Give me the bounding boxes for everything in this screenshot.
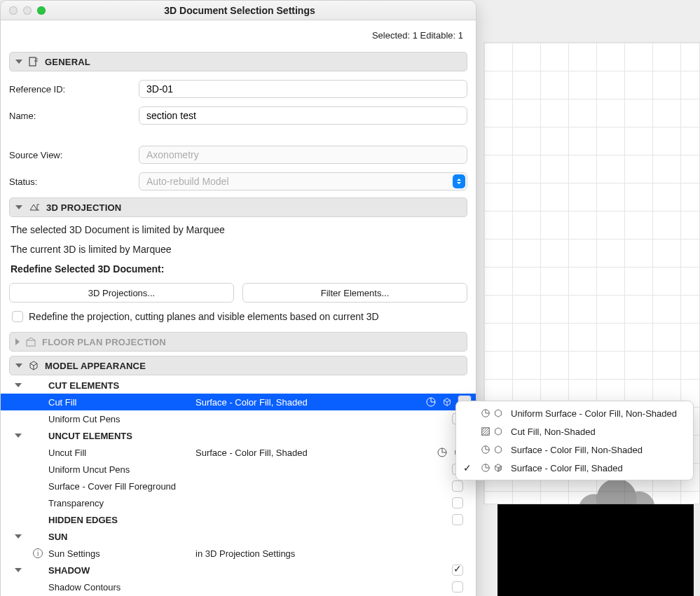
section-floor-plan[interactable]: FLOOR PLAN PROJECTION [9,332,467,352]
group-hidden-edges-label: HIDDEN EDGES [48,515,195,525]
menu-item-cut-fill-non-shaded[interactable]: Cut Fill, Non-Shaded [456,422,693,441]
titlebar: 3D Document Selection Settings [1,1,476,20]
pie-cube-shaded-icon [480,463,504,473]
menu-item-label: Cut Fill, Non-Shaded [511,427,596,437]
chevron-down-icon [15,363,22,368]
reference-id-label: Reference ID: [9,84,139,95]
svg-rect-1 [27,340,35,346]
row-shadow-contours-label: Shadow Contours [48,582,195,592]
group-shadow-label: SHADOW [48,565,195,576]
hatch-cube-icon [480,427,504,436]
redefine-checkbox-label: Redefine the projection, cutting planes … [29,311,379,322]
chevron-updown-icon[interactable] [453,174,465,188]
cube-icon [442,397,452,407]
marquee-note-selected: The selected 3D Document is limited by M… [9,217,467,235]
row-uniform-cut-pens[interactable]: Uniform Cut Pens [9,410,467,427]
chevron-down-icon [15,434,22,438]
shadow-contours-checkbox[interactable] [452,581,463,592]
settings-window: 3D Document Selection Settings Selected:… [0,0,476,596]
source-view-label: Source View: [9,150,139,160]
redefine-checkbox[interactable] [12,311,23,322]
menu-item-uniform-surface-non-shaded[interactable]: Uniform Surface - Color Fill, Non-Shaded [456,404,693,422]
row-sun-settings-label: Sun Settings [48,548,195,559]
transparency-checkbox[interactable] [452,497,463,508]
section-model-appearance[interactable]: MODEL APPEARANCE [9,356,467,375]
chevron-down-icon [15,534,22,539]
status-select[interactable] [139,172,467,190]
pie-icon [437,447,448,458]
group-uncut-elements-label: UNCUT ELEMENTS [48,431,195,441]
row-cut-fill-label: Cut Fill [48,397,195,408]
status-select-value[interactable] [139,172,467,190]
cube-icon [28,360,39,371]
minimize-icon[interactable] [23,6,32,15]
general-icon [28,56,39,67]
redefine-label: Redefine Selected 3D Document: [9,255,467,275]
section-3d-projection-title: 3D PROJECTION [46,202,121,213]
row-uniform-uncut-pens[interactable]: Uniform Uncut Pens [9,461,467,478]
menu-item-label: Uniform Surface - Color Fill, Non-Shaded [511,408,677,419]
group-shadow[interactable]: SHADOW [9,562,467,578]
shadow-checkbox[interactable] [452,564,463,576]
zoom-icon[interactable] [37,6,46,15]
menu-item-surface-shaded[interactable]: ✓ Surface - Color Fill, Shaded [456,459,693,477]
pie-cube-icon [480,408,504,418]
info-icon: i [33,548,43,558]
row-uncut-fill[interactable]: Uncut Fill Surface - Color Fill, Shaded [9,444,467,461]
section-general-title: GENERAL [45,57,90,67]
reference-id-input[interactable] [139,80,467,98]
selection-status: Selected: 1 Editable: 1 [9,20,467,48]
name-input[interactable] [139,106,467,125]
pie-cube-icon [480,445,504,455]
section-floor-plan-title: FLOOR PLAN PROJECTION [42,337,166,347]
chevron-down-icon [15,60,22,64]
row-sun-settings-value: in 3D Projection Settings [195,548,463,559]
pie-icon [425,396,437,408]
source-view-field [139,146,467,164]
section-3d-projection[interactable]: 3D PROJECTION [9,197,467,217]
menu-item-surface-non-shaded[interactable]: Surface - Color Fill, Non-Shaded [456,441,693,459]
row-cut-fill-value: Surface - Color Fill, Shaded [195,397,425,408]
canvas-black-box [497,504,694,596]
close-icon[interactable] [9,6,18,15]
row-uniform-uncut-pens-label: Uniform Uncut Pens [48,464,195,475]
row-uniform-cut-pens-label: Uniform Cut Pens [48,414,195,424]
chevron-down-icon [15,568,22,572]
marquee-note-current: The current 3D is limited by Marquee [9,235,467,255]
section-model-appearance-title: MODEL APPEARANCE [45,361,146,371]
cover-fill-foreground-checkbox[interactable] [452,480,463,492]
chevron-down-icon [15,205,22,209]
menu-item-label: Surface - Color Fill, Shaded [511,463,623,473]
row-uncut-fill-label: Uncut Fill [48,448,195,458]
hidden-edges-checkbox[interactable] [452,514,463,525]
group-cut-elements[interactable]: CUT ELEMENTS [9,377,467,394]
group-uncut-elements[interactable]: UNCUT ELEMENTS [9,427,467,444]
window-title: 3D Document Selection Settings [46,5,476,16]
row-transparency[interactable]: Transparency [9,494,467,511]
3d-projections-button[interactable]: 3D Projections... [9,283,234,303]
row-transparency-label: Transparency [48,498,195,508]
row-uncut-fill-value: Surface - Color Fill, Shaded [195,448,437,458]
menu-item-label: Surface - Color Fill, Non-Shaded [511,445,643,455]
filter-elements-button[interactable]: Filter Elements... [242,283,467,303]
name-label: Name: [9,111,139,121]
status-label: Status: [9,176,139,187]
row-sun-settings[interactable]: i Sun Settings in 3D Projection Settings [9,545,467,562]
row-shadow-contours[interactable]: Shadow Contours [9,578,467,595]
projection-icon [28,202,41,213]
chevron-down-icon [15,383,22,387]
group-sun-label: SUN [48,532,195,542]
row-cover-fill-foreground-label: Surface - Cover Fill Foreground [48,481,176,492]
row-cut-fill[interactable]: Cut Fill Surface - Color Fill, Shaded › [1,394,476,410]
group-sun[interactable]: SUN [9,528,467,545]
row-cover-fill-foreground[interactable]: Surface - Cover Fill Foreground [9,478,467,494]
cut-fill-dropdown-menu: Uniform Surface - Color Fill, Non-Shaded… [455,401,694,480]
svg-rect-0 [29,57,36,66]
group-cut-elements-label: CUT ELEMENTS [48,380,195,391]
chevron-right-icon [15,338,20,345]
floorplan-icon [25,336,36,347]
group-hidden-edges[interactable]: HIDDEN EDGES [9,511,467,528]
section-general[interactable]: GENERAL [9,52,467,71]
